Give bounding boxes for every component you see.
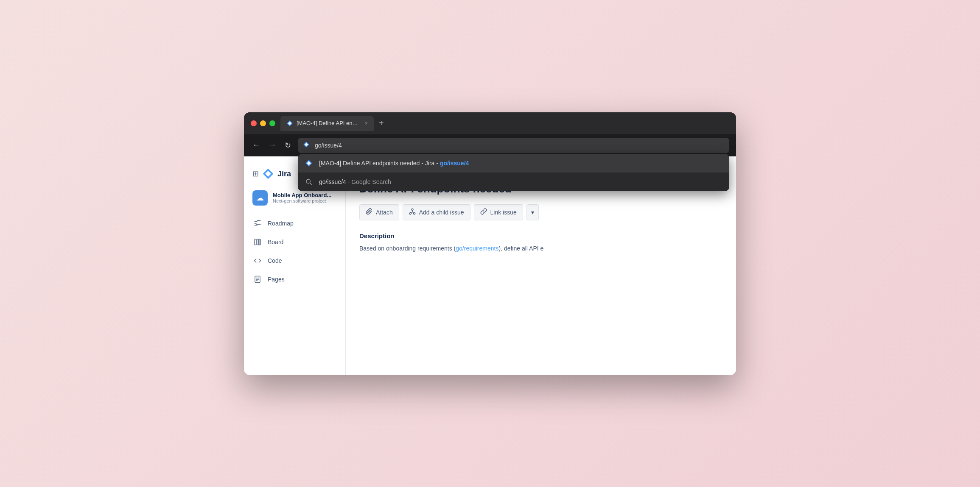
url-text: go/issue/4	[315, 142, 342, 149]
tab-favicon	[286, 120, 293, 127]
attach-button[interactable]: Attach	[359, 204, 399, 220]
code-label: Code	[268, 257, 282, 264]
autocomplete-dropdown: [MAO-4] Define API endpoints needed - Ji…	[298, 154, 729, 191]
url-input[interactable]: go/issue/4	[298, 138, 729, 153]
tab-close-button[interactable]: ×	[365, 120, 368, 126]
close-window-button[interactable]	[251, 120, 257, 126]
svg-line-14	[412, 212, 414, 213]
autocomplete-item-jira[interactable]: [MAO-4] Define API endpoints needed - Ji…	[298, 154, 729, 173]
autocomplete-search-icon	[305, 178, 313, 186]
tab-bar: [MAO-4] Define API endpoints × +	[280, 116, 729, 131]
grid-icon[interactable]: ⊞	[252, 169, 259, 178]
code-icon	[252, 256, 263, 266]
project-name: Mobile App Onboard...	[273, 192, 337, 198]
autocomplete-item-text-search: go/issue/4 - Google Search	[319, 178, 722, 185]
autocomplete-text-prefix: [MAO-	[319, 160, 336, 167]
sidebar-item-board[interactable]: Board	[244, 233, 345, 251]
svg-rect-3	[257, 239, 259, 245]
autocomplete-item-search[interactable]: go/issue/4 - Google Search	[298, 173, 729, 191]
autocomplete-search-text: go/issue/4	[319, 178, 346, 185]
attach-label: Attach	[376, 209, 393, 216]
board-icon	[252, 237, 263, 247]
svg-point-0	[306, 179, 310, 183]
autocomplete-jira-icon	[305, 159, 313, 167]
description-text: Based on onboarding requirements (go/req…	[359, 244, 722, 253]
autocomplete-text-mid: ] Define API endpoints needed - Jira -	[339, 160, 440, 167]
autocomplete-search-suffix: - Google Search	[346, 178, 391, 185]
link-icon	[480, 208, 487, 217]
svg-point-9	[412, 209, 413, 211]
description-prefix: Based on onboarding requirements (	[359, 245, 456, 252]
traffic-lights	[251, 120, 275, 126]
svg-line-1	[310, 183, 312, 185]
add-child-issue-button[interactable]: Add a child issue	[403, 204, 470, 220]
more-actions-dropdown[interactable]: ▾	[526, 204, 539, 220]
tab-title: [MAO-4] Define API endpoints	[297, 120, 360, 126]
project-avatar: ☁	[252, 190, 268, 206]
sidebar-item-pages[interactable]: Pages	[244, 270, 345, 289]
child-issue-label: Add a child issue	[419, 209, 464, 216]
dropdown-chevron: ▾	[531, 209, 534, 216]
link-issue-label: Link issue	[490, 209, 517, 216]
jira-logo-text: Jira	[277, 170, 291, 178]
url-bar-row: ← → ↻ go/issue/4	[244, 134, 736, 156]
refresh-button[interactable]: ↻	[283, 139, 293, 152]
svg-line-13	[410, 212, 412, 213]
attach-icon	[366, 208, 372, 217]
project-type: Next-gen software project	[273, 198, 337, 203]
svg-point-10	[409, 213, 411, 214]
svg-rect-4	[259, 239, 260, 245]
svg-rect-2	[255, 239, 256, 245]
autocomplete-item-text-jira: [MAO-4] Define API endpoints needed - Ji…	[319, 160, 722, 167]
action-buttons: Attach Add a child issue	[359, 204, 722, 220]
url-bar-container: go/issue/4 [MAO-4] Define API endpoints …	[298, 138, 729, 153]
svg-point-11	[413, 213, 415, 214]
description-title: Description	[359, 232, 722, 239]
browser-window: [MAO-4] Define API endpoints × + ← → ↻ g…	[244, 112, 736, 375]
new-tab-button[interactable]: +	[375, 117, 387, 130]
roadmap-label: Roadmap	[268, 220, 294, 227]
maximize-window-button[interactable]	[269, 120, 275, 126]
description-link[interactable]: go/requirements	[456, 245, 498, 252]
title-bar: [MAO-4] Define API endpoints × +	[244, 112, 736, 134]
forward-button[interactable]: →	[267, 139, 278, 151]
minimize-window-button[interactable]	[260, 120, 266, 126]
description-section: Description Based on onboarding requirem…	[359, 232, 722, 253]
sidebar-item-code[interactable]: Code	[244, 251, 345, 270]
description-suffix: ), define all API e	[498, 245, 543, 252]
url-favicon	[303, 141, 310, 150]
jira-diamond-icon	[262, 168, 274, 180]
link-issue-button[interactable]: Link issue	[474, 204, 523, 220]
browser-tab-active[interactable]: [MAO-4] Define API endpoints ×	[280, 116, 374, 131]
autocomplete-link: go/issue/4	[440, 160, 469, 167]
pages-icon	[252, 274, 263, 284]
project-info: Mobile App Onboard... Next-gen software …	[273, 192, 337, 203]
roadmap-icon	[252, 218, 263, 228]
back-button[interactable]: ←	[251, 139, 262, 151]
pages-label: Pages	[268, 276, 285, 283]
sidebar-item-roadmap[interactable]: Roadmap	[244, 214, 345, 233]
child-issue-icon	[409, 208, 416, 217]
board-label: Board	[268, 239, 283, 245]
